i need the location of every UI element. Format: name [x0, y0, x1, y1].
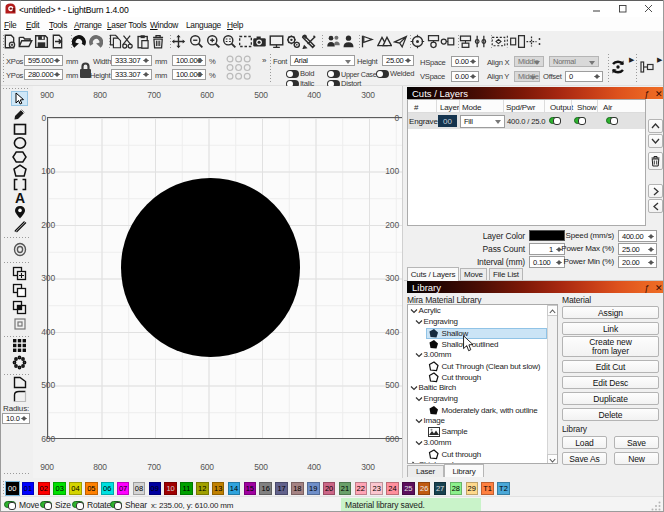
svg-text:A: A	[15, 191, 25, 205]
